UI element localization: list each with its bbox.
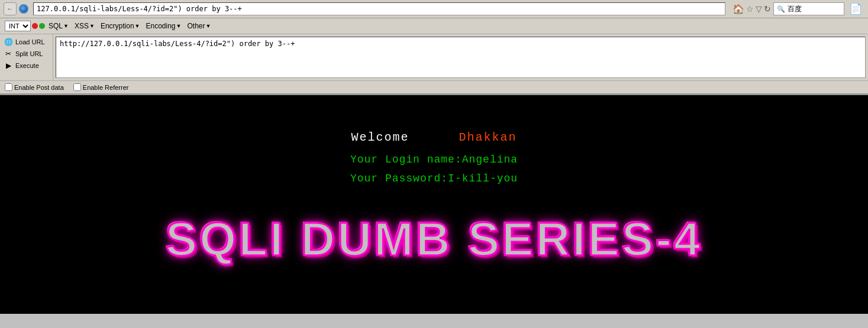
encoding-menu[interactable]: Encoding▼ — [144, 21, 184, 31]
welcome-line: Welcome Dhakkan — [351, 131, 517, 144]
down-icon[interactable]: ▽ — [756, 4, 762, 14]
execute-icon: ▶ — [4, 61, 13, 70]
status-dot-green — [39, 23, 45, 29]
main-content: Welcome Dhakkan Your Login name:Angelina… — [0, 95, 868, 314]
url-text-area[interactable]: http://127.0.0.1/sqli-labs/Less-4/?id=2"… — [56, 37, 866, 78]
sql-menu[interactable]: SQL▼ — [46, 21, 71, 31]
enable-post-item: Enable Post data — [5, 83, 64, 91]
load-url-label: Load URL — [15, 38, 45, 46]
nav-bar: ← 127.0.0.1/sqli-labs/Less-4/?id=2") ord… — [0, 0, 868, 18]
star-icon[interactable]: ☆ — [746, 4, 754, 14]
password-line: Your Password:I-kill-you — [350, 169, 518, 188]
enable-referrer-label: Enable Referrer — [83, 84, 129, 91]
browser-chrome: ← 127.0.0.1/sqli-labs/Less-4/?id=2") ord… — [0, 0, 868, 95]
xss-arrow: ▼ — [89, 23, 95, 29]
encryption-menu-label: Encryption — [101, 22, 134, 30]
sql-arrow: ▼ — [63, 23, 69, 29]
xss-menu[interactable]: XSS▼ — [72, 21, 97, 31]
enable-referrer-item: Enable Referrer — [73, 83, 129, 91]
load-url-icon: 🌐 — [4, 37, 13, 47]
load-url-button[interactable]: 🌐 Load URL — [2, 37, 50, 47]
home-area: 🏠 ☆ ▽ ↻ — [728, 4, 771, 15]
status-dot-red — [32, 23, 38, 29]
home-icon[interactable]: 🏠 — [733, 4, 744, 15]
execute-label: Execute — [15, 62, 39, 69]
address-bar[interactable]: 127.0.0.1/sqli-labs/Less-4/?id=2") order… — [33, 2, 725, 15]
split-url-button[interactable]: ✂ Split URL — [2, 48, 50, 59]
baidu-search[interactable]: 🔍 百度 — [773, 2, 844, 15]
encryption-menu[interactable]: Encryption▼ — [98, 21, 143, 31]
encoding-menu-label: Encoding — [146, 22, 176, 30]
enable-referrer-checkbox[interactable] — [73, 83, 81, 91]
login-name-line: Your Login name:Angelina — [350, 150, 518, 169]
welcome-name: Dhakkan — [459, 131, 517, 144]
split-url-label: Split URL — [15, 50, 43, 57]
side-buttons: 🌐 Load URL ✂ Split URL ▶ Execute — [0, 34, 53, 80]
address-text: 127.0.0.1/sqli-labs/Less-4/?id=2") order… — [37, 5, 242, 13]
other-menu[interactable]: Other▼ — [185, 21, 213, 31]
url-area: 🌐 Load URL ✂ Split URL ▶ Execute http://… — [0, 34, 868, 81]
big-title: SQLI DUMB SERIES-4 — [166, 212, 703, 267]
encryption-arrow: ▼ — [135, 23, 140, 29]
baidu-label: 百度 — [788, 4, 802, 14]
login-info: Your Login name:Angelina Your Password:I… — [350, 150, 518, 189]
back-button[interactable]: ← — [4, 2, 17, 15]
page-icon: 📄 — [847, 2, 864, 15]
toolbar: INT SQL▼ XSS▼ Encryption▼ Encoding▼ Othe… — [0, 18, 868, 34]
xss-menu-label: XSS — [75, 22, 89, 30]
execute-button[interactable]: ▶ Execute — [2, 60, 50, 71]
checkbox-row: Enable Post data Enable Referrer — [0, 81, 868, 95]
globe-icon — [19, 4, 28, 14]
refresh-icon[interactable]: ↻ — [764, 4, 771, 14]
split-url-icon: ✂ — [4, 49, 13, 59]
baidu-logo: 🔍 — [777, 5, 785, 13]
other-menu-label: Other — [187, 22, 205, 30]
other-arrow: ▼ — [205, 23, 211, 29]
sql-menu-label: SQL — [49, 22, 63, 30]
welcome-text: Welcome — [351, 131, 409, 144]
encoding-arrow: ▼ — [176, 23, 182, 29]
enable-post-checkbox[interactable] — [5, 83, 12, 91]
enable-post-label: Enable Post data — [14, 84, 64, 91]
type-select[interactable]: INT — [5, 21, 31, 31]
